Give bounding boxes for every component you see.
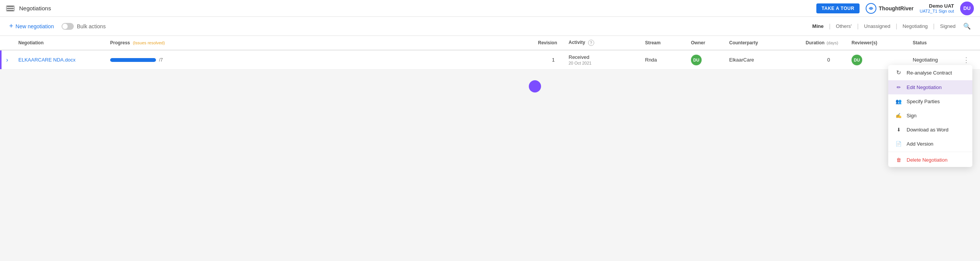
stream-value: Rnda <box>645 57 691 63</box>
filter-tab-negotiating[interactable]: Negotiating <box>898 22 933 31</box>
navbar-right: TAKE A TOUR ThoughtRiver Demo UAT UAT2_T… <box>816 2 974 15</box>
toolbar: + New negotiation Bulk actions Mine | Ot… <box>0 17 980 36</box>
context-menu-item-re-analyse[interactable]: ↻ Re-analyse Contract <box>888 65 972 70</box>
logo-text: ThoughtRiver <box>879 5 913 11</box>
bulk-actions-label: Bulk actions <box>77 23 106 29</box>
navbar-left: Negotiations <box>6 5 51 11</box>
user-info: Demo UAT UAT2_T1 Sign out <box>920 3 954 13</box>
progress-fraction: /7 <box>159 57 163 63</box>
counterparty-value: ElkaarCare <box>729 57 806 63</box>
activity-date: 20 Oct 2021 <box>569 61 645 65</box>
col-header-duration: Duration (days) <box>806 40 852 45</box>
table-header: Negotiation Progress (Issues resolved) R… <box>0 36 980 50</box>
status-badge: Negotiating <box>913 57 959 63</box>
toggle-switch[interactable] <box>62 23 74 30</box>
context-menu: ↻ Re-analyse Contract ✏ Edit Negotiation… <box>888 65 972 70</box>
navbar: Negotiations TAKE A TOUR ThoughtRiver De… <box>0 0 980 17</box>
negotiation-filename[interactable]: ELKAARCARE NDA.docx <box>18 57 110 63</box>
thoughtriver-logo-icon <box>866 3 876 14</box>
new-negotiation-button[interactable]: + New negotiation <box>6 21 57 32</box>
row-accent-bar <box>0 50 2 69</box>
col-header-reviewers: Reviewer(s) <box>852 40 913 45</box>
toolbar-right: Mine | Others' | Unassigned | Negotiatin… <box>808 21 974 31</box>
sign-out-link[interactable]: Sign out <box>939 9 954 13</box>
col-header-stream: Stream <box>645 40 691 45</box>
table-row: › ELKAARCARE NDA.docx /7 1 Received 20 O… <box>0 50 980 70</box>
col-header-issues: (Issues resolved) <box>133 41 165 45</box>
user-name: Demo UAT <box>920 3 954 9</box>
filter-tab-others[interactable]: Others' <box>831 22 856 31</box>
table-container: Negotiation Progress (Issues resolved) R… <box>0 36 980 70</box>
col-header-counterparty: Counterparty <box>729 40 806 45</box>
col-header-status: Status <box>913 40 959 45</box>
bulk-actions-toggle[interactable]: Bulk actions <box>62 23 106 30</box>
row-context-menu-button[interactable]: ⋮ <box>959 56 974 64</box>
col-header-revision: Revision <box>538 40 569 45</box>
user-sub: UAT2_T1 Sign out <box>920 9 954 13</box>
search-button[interactable]: 🔍 <box>960 21 974 31</box>
progress-bar-background <box>110 58 156 62</box>
progress-bar-fill <box>110 58 156 62</box>
filter-tab-mine[interactable]: Mine <box>808 22 828 31</box>
col-header-owner: Owner <box>691 40 729 45</box>
new-negotiation-label: New negotiation <box>16 23 54 29</box>
col-header-negotiation: Negotiation <box>18 40 110 45</box>
user-avatar[interactable]: DU <box>960 2 974 15</box>
toolbar-left: + New negotiation Bulk actions <box>6 21 106 32</box>
row-expand-chevron[interactable]: › <box>6 57 18 63</box>
col-header-activity: Activity ? <box>569 40 645 46</box>
filter-tab-signed[interactable]: Signed <box>936 22 960 31</box>
activity-status: Received <box>569 54 645 60</box>
col-header-progress: Progress (Issues resolved) <box>110 40 538 45</box>
filter-tabs: Mine | Others' | Unassigned | Negotiatin… <box>808 22 960 31</box>
page-title: Negotiations <box>19 5 51 11</box>
plus-icon: + <box>9 22 13 30</box>
hamburger-menu-button[interactable] <box>6 5 15 11</box>
take-tour-button[interactable]: TAKE A TOUR <box>816 3 860 13</box>
activity-help-icon[interactable]: ? <box>588 40 594 46</box>
progress-bar-container: /7 <box>110 57 538 63</box>
filter-tab-unassigned[interactable]: Unassigned <box>860 22 895 31</box>
duration-value: 0 <box>806 57 852 63</box>
revision-value: 1 <box>538 57 569 63</box>
activity-cell: Received 20 Oct 2021 <box>569 54 645 65</box>
thoughtriver-logo: ThoughtRiver <box>866 3 913 14</box>
reviewer-avatar: DU <box>852 55 862 65</box>
owner-avatar: DU <box>691 55 702 65</box>
re-analyse-icon: ↻ <box>895 69 902 70</box>
